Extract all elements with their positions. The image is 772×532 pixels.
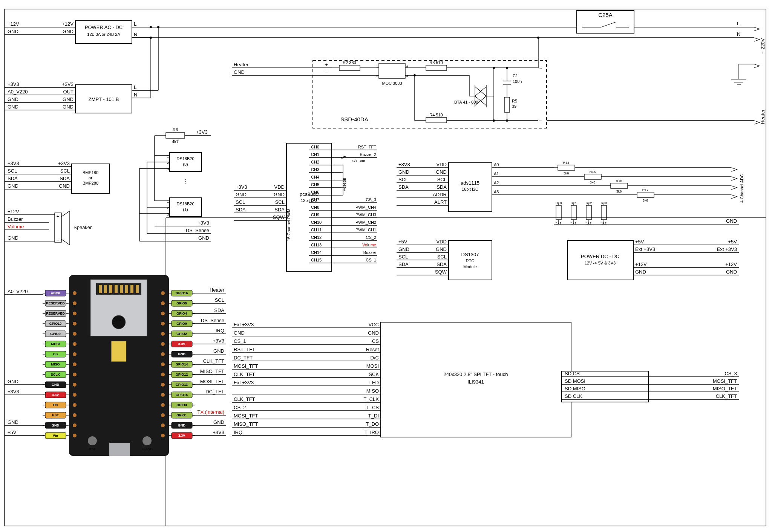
svg-text:SCK: SCK — [369, 371, 379, 377]
svg-text:CH1: CH1 — [311, 152, 319, 157]
svg-text:Ext +3V3: Ext +3V3 — [234, 322, 254, 327]
svg-text:T_DO: T_DO — [366, 421, 379, 427]
svg-text:+3V3: +3V3 — [236, 184, 247, 190]
svg-text:SDA: SDA — [274, 207, 285, 212]
svg-text:POWER  AC - DC: POWER AC - DC — [85, 24, 123, 30]
svg-text:CH2: CH2 — [311, 160, 319, 164]
svg-text:⋮: ⋮ — [183, 178, 188, 184]
svg-point-156 — [493, 67, 495, 69]
svg-text:L: L — [134, 21, 136, 27]
svg-text:4: 4 — [406, 74, 408, 78]
svg-text:~ 220V: ~ 220V — [760, 38, 766, 54]
svg-text:~: ~ — [539, 118, 542, 124]
svg-text:GPIO5: GPIO5 — [176, 301, 187, 305]
svg-text:ADC0: ADC0 — [51, 291, 60, 295]
svg-text:+12V: +12V — [635, 261, 647, 267]
svg-text:DC_TFT: DC_TFT — [205, 389, 224, 394]
svg-text:SCL: SCL — [275, 199, 285, 205]
svg-text:GND: GND — [63, 96, 74, 102]
svg-text:N: N — [134, 32, 137, 37]
svg-text:GND: GND — [63, 29, 74, 34]
svg-text:SDA: SDA — [214, 307, 224, 313]
svg-rect-138 — [426, 65, 447, 70]
svg-rect-164 — [504, 97, 510, 112]
svg-text:GND: GND — [178, 423, 186, 427]
svg-text:~: ~ — [539, 65, 542, 71]
svg-text:+12V: +12V — [725, 261, 737, 267]
svg-text:OUT: OUT — [63, 89, 74, 95]
svg-text:3: 3 — [167, 212, 169, 216]
svg-text:IRQ: IRQ — [234, 430, 242, 435]
svg-text:ALRT: ALRT — [434, 199, 447, 205]
rtc-ds1307: DS1307 RTC Module +5VVDDGNDGNDSCLSCLSDAS… — [397, 239, 492, 280]
ssr-block: SSD-40DA Heater+ GND− R2 330 MOC 3083 12… — [232, 37, 547, 128]
svg-rect-417 — [96, 283, 141, 295]
svg-text:ILI9341: ILI9341 — [467, 379, 484, 385]
svg-text:GND: GND — [8, 104, 18, 110]
svg-text:MISO_TFT: MISO_TFT — [713, 386, 737, 391]
svg-text:Reset: Reset — [366, 347, 379, 352]
svg-point-438 — [161, 332, 165, 336]
svg-text:MOC 3083: MOC 3083 — [382, 81, 402, 86]
svg-text:GND: GND — [8, 419, 18, 425]
svg-text:CLK_TFT: CLK_TFT — [203, 358, 224, 364]
svg-text:ADDR: ADDR — [433, 192, 447, 197]
svg-text:CS_1: CS_1 — [234, 338, 246, 344]
svg-text:SCL: SCL — [236, 199, 245, 205]
svg-text:+: + — [57, 214, 59, 219]
svg-text:MISO: MISO — [51, 362, 60, 366]
svg-text:A1: A1 — [494, 171, 499, 176]
svg-text:CH5: CH5 — [311, 182, 319, 187]
svg-text:SQW: SQW — [273, 214, 285, 220]
svg-text:4 Channel ADC: 4 Channel ADC — [740, 174, 744, 203]
svg-text:SCLK: SCLK — [51, 373, 60, 376]
svg-point-456 — [161, 423, 165, 427]
svg-text:MISO: MISO — [366, 388, 379, 394]
svg-text:GND: GND — [436, 169, 447, 175]
svg-point-458 — [161, 434, 165, 437]
svg-text:VCC: VCC — [369, 322, 379, 327]
svg-text:3k6: 3k6 — [616, 190, 622, 193]
svg-text:Module: Module — [463, 264, 477, 269]
svg-text:BMP180: BMP180 — [83, 170, 98, 175]
svg-point-461 — [142, 436, 152, 445]
svg-rect-103 — [166, 133, 185, 138]
svg-point-450 — [161, 393, 165, 397]
svg-text:GND: GND — [726, 269, 737, 275]
svg-text:VDD: VDD — [437, 162, 447, 167]
svg-text:GND: GND — [8, 379, 18, 384]
svg-text:CLK_TFT: CLK_TFT — [716, 393, 737, 399]
svg-text:Ext +3V3: Ext +3V3 — [234, 380, 254, 385]
svg-text:DS1307: DS1307 — [461, 252, 479, 257]
svg-text:Buzzer: Buzzer — [363, 250, 377, 255]
svg-text:L: L — [134, 84, 136, 90]
svg-text:MISO_TFT: MISO_TFT — [234, 421, 258, 427]
svg-text:ZMPT - 101 B: ZMPT - 101 B — [89, 96, 119, 102]
svg-point-154 — [414, 74, 416, 76]
svg-text:240x320 2.8" SPI TFT - touch: 240x320 2.8" SPI TFT - touch — [443, 371, 508, 377]
svg-point-433 — [73, 312, 77, 315]
svg-text:CLK_TFT: CLK_TFT — [234, 371, 255, 377]
svg-text:GPIO1: GPIO1 — [176, 413, 187, 417]
svg-rect-343 — [567, 240, 633, 280]
svg-text:RTC: RTC — [466, 258, 474, 263]
svg-rect-424 — [130, 285, 133, 293]
svg-text:100n: 100n — [513, 79, 522, 84]
svg-text:GPIO10: GPIO10 — [49, 322, 62, 326]
svg-text:MOSI: MOSI — [366, 363, 379, 369]
svg-text:GND: GND — [8, 235, 18, 241]
svg-text:+12V: +12V — [8, 21, 19, 27]
svg-text:+3V3: +3V3 — [198, 220, 209, 226]
svg-rect-297 — [637, 192, 654, 197]
svg-rect-463 — [109, 443, 130, 456]
svg-text:Vin: Vin — [53, 434, 58, 437]
svg-text:SDA: SDA — [236, 207, 246, 212]
svg-text:MOSI_TFT: MOSI_TFT — [234, 413, 258, 419]
svg-text:R3  510: R3 510 — [429, 60, 443, 65]
svg-text:DS18B20: DS18B20 — [176, 202, 194, 206]
svg-text:+5V: +5V — [728, 239, 737, 245]
svg-text:+5V: +5V — [398, 239, 407, 245]
svg-text:3k6: 3k6 — [590, 180, 596, 184]
svg-text:GND: GND — [234, 330, 245, 336]
svg-text:SCL: SCL — [8, 168, 17, 174]
